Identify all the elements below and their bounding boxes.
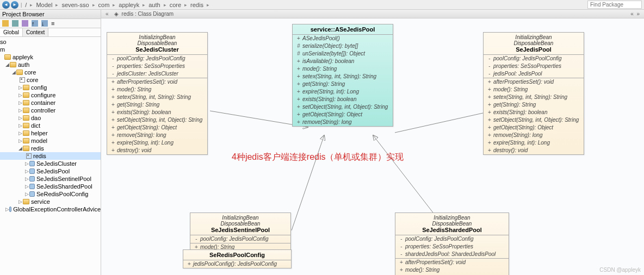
tree-node[interactable]: so	[0, 38, 101, 46]
uml-member: -poolConfig: JedisPoolConfig	[190, 235, 290, 243]
uml-member: +expire(String, int): Long	[293, 88, 393, 96]
tree-node[interactable]: m	[0, 46, 101, 53]
class-icon	[29, 161, 35, 166]
uml-member: +setex(String, int, String): String	[484, 93, 584, 101]
tree-node[interactable]: ▷config	[0, 84, 101, 91]
svg-line-1	[395, 111, 493, 133]
uml-class-seredispoolconfig[interactable]: SeRedisPoolConfig +jedisPoolConfig(): Je…	[183, 249, 292, 268]
uml-class-sejedissentinelpool[interactable]: InitializingBean DisposableBean SeJedisS…	[190, 212, 291, 252]
uml-member: +setex(String, int, String): String	[107, 93, 207, 101]
tree-node[interactable]: ◢core	[0, 68, 101, 76]
uml-member: +mode(): String	[395, 266, 509, 274]
tree-node[interactable]: appleyk	[0, 53, 101, 61]
breadcrumb-item[interactable]: redis	[189, 2, 205, 8]
package-icon	[26, 153, 32, 159]
folder-icon	[23, 130, 29, 136]
diagram-tab-icon: ◈	[114, 11, 119, 17]
uml-member: -jedisPool: JedisPool	[484, 70, 584, 78]
down-icon[interactable]: ↓	[41, 20, 48, 27]
uml-member: -properties: SeSsoProperties	[484, 62, 584, 70]
back-button[interactable]: ◄	[2, 1, 10, 9]
project-browser-sidebar: Project Browser ↑ ↓ ≡ Global Context so …	[0, 10, 101, 275]
folder-icon	[23, 123, 29, 128]
tree-node[interactable]: ▷SeJedisShardedPool	[0, 183, 101, 190]
up-icon[interactable]: ↑	[32, 20, 38, 27]
uml-member: +remove(String): long	[484, 132, 584, 139]
uml-member: -properties: SeSsoProperties	[107, 62, 207, 70]
uml-member: -shardedJedisPool: ShardedJedisPool	[395, 251, 509, 258]
uml-class-sejedisshardedpool[interactable]: InitializingBean DisposableBean SeJedisS…	[395, 212, 509, 275]
tree-node[interactable]: ◢redis	[0, 145, 101, 152]
uml-member: +mode(): String	[293, 65, 393, 73]
breadcrumb-item[interactable]: auth	[147, 2, 161, 8]
tree-node[interactable]: ▷service	[0, 198, 101, 205]
diagram-tab-label[interactable]: redis : Class Diagram	[122, 11, 174, 17]
uml-member: +expire(String, int): Long	[484, 139, 584, 147]
annotation-text: 4种jedis客户端连接redis（单机或集群）实现	[232, 152, 404, 163]
uml-member: +expire(String, int): Long	[107, 139, 207, 147]
tool-icon[interactable]	[22, 20, 28, 27]
uml-member: +get(String): String	[293, 80, 393, 88]
uml-member: +setObject(String, int, Object): String	[107, 116, 207, 124]
collapse-right-icon[interactable]: « »	[628, 11, 642, 17]
package-icon	[20, 77, 25, 83]
breadcrumb-item[interactable]: core	[169, 2, 182, 8]
uml-member: +get(String): String	[484, 101, 584, 109]
svg-line-3	[373, 135, 438, 220]
sidebar-toolbar: ↑ ↓ ≡	[0, 19, 101, 28]
tree-node[interactable]: ▷SeJedisPool	[0, 167, 101, 175]
tree-node[interactable]: ◢auth	[0, 61, 101, 68]
folder-icon	[23, 199, 29, 204]
watermark: CSDN @appleyk	[599, 267, 641, 273]
uml-class-sejediscluster[interactable]: InitializingBean DisposableBean SeJedisC…	[107, 32, 208, 155]
folder-icon	[23, 115, 29, 121]
tree-node[interactable]: ▷model	[0, 137, 101, 145]
tree-node[interactable]: ▷dict	[0, 122, 101, 129]
new-icon[interactable]	[2, 20, 9, 27]
collapse-left-icon[interactable]: «	[103, 11, 111, 17]
find-package-input[interactable]	[587, 1, 642, 9]
uml-member: -poolConfig: JedisPoolConfig	[107, 55, 207, 62]
tree-node[interactable]: core	[0, 76, 101, 84]
tree-node-selected[interactable]: redis	[0, 152, 101, 160]
tab-context[interactable]: Context	[23, 28, 48, 36]
tree-node[interactable]: ▷SeJedisCluster	[0, 160, 101, 167]
uml-class-sejedispool[interactable]: InitializingBean DisposableBean SeJedisP…	[483, 32, 584, 155]
uml-member: +mode(): String	[107, 86, 207, 93]
uml-member: +afterPropertiesSet(): void	[107, 78, 207, 86]
tool-icon[interactable]	[12, 20, 18, 27]
folder-icon	[23, 138, 29, 143]
breadcrumb-item[interactable]: seven-sso	[60, 2, 90, 8]
project-tree: so m appleyk ◢auth ◢core core ▷config ▷c…	[0, 37, 101, 275]
class-icon	[29, 184, 35, 189]
tab-global[interactable]: Global	[0, 28, 23, 36]
tree-node[interactable]: ▷dao	[0, 114, 101, 122]
tree-node[interactable]: ▷controller	[0, 107, 101, 114]
breadcrumb-item[interactable]: Model	[35, 2, 53, 8]
tree-node[interactable]: ▷SeJedisSentinelPool	[0, 175, 101, 183]
folder-icon	[23, 92, 29, 98]
tree-node[interactable]: ▷container	[0, 99, 101, 107]
breadcrumb-item[interactable]: appleyk	[117, 2, 140, 8]
folder-icon	[23, 108, 29, 113]
diagram-canvas[interactable]: service::ASeJedisPool +ASeJedisPool()#se…	[101, 18, 644, 275]
uml-member: #unSerialize(byte[]): Object	[293, 50, 393, 58]
uml-class-asejedispool[interactable]: service::ASeJedisPool +ASeJedisPool()#se…	[292, 24, 393, 127]
uml-member: +getObject(String): Object	[293, 111, 393, 118]
uml-member: +ASeJedisPool()	[293, 35, 393, 42]
uml-member: +afterPropertiesSet(): void	[395, 259, 509, 266]
tree-node[interactable]: ▷configure	[0, 91, 101, 99]
tree-node[interactable]: ▷helper	[0, 129, 101, 137]
uml-member: +mode(): String	[484, 86, 584, 93]
breadcrumb-item[interactable]: com	[97, 2, 111, 8]
uml-member: #serialize(Object): byte[]	[293, 42, 393, 50]
forward-button[interactable]: ►	[11, 1, 18, 9]
uml-member: -poolConfig: JedisPoolConfig	[484, 55, 584, 62]
uml-member: +isAvailable(): boolean	[293, 58, 393, 65]
folder-icon	[10, 62, 16, 67]
breadcrumb-item[interactable]: /	[24, 2, 28, 8]
tree-node[interactable]: ▷GlobalExceptionControllerAdvice	[0, 205, 101, 213]
folder-icon	[16, 70, 23, 75]
menu-icon[interactable]: ≡	[51, 20, 58, 27]
tree-node[interactable]: ▷SeRedisPoolConfig	[0, 190, 101, 198]
